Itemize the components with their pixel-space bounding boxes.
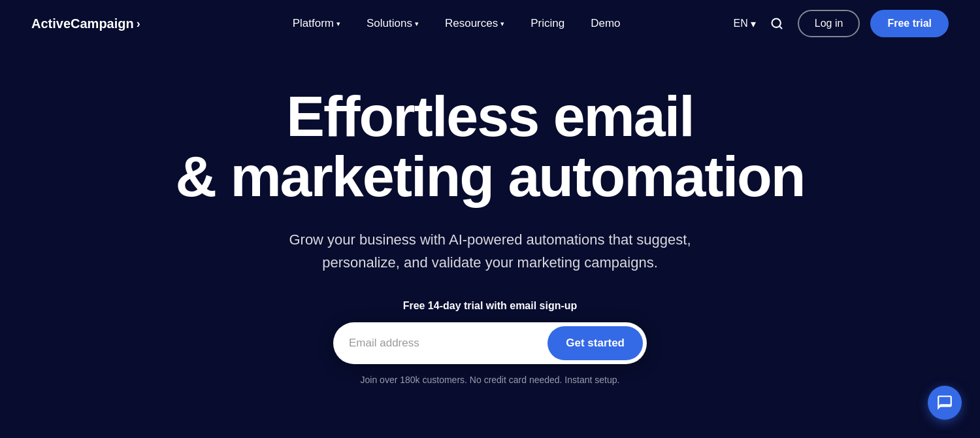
chevron-down-icon: ▾: [751, 18, 756, 30]
chevron-down-icon: ▾: [336, 20, 340, 28]
nav-demo[interactable]: Demo: [580, 12, 630, 35]
nav-pricing[interactable]: Pricing: [520, 12, 575, 35]
logo-text: ActiveCampaign: [31, 16, 134, 31]
chevron-down-icon: ▾: [415, 20, 419, 28]
chat-icon: [936, 394, 953, 411]
search-icon: [770, 17, 783, 30]
svg-line-1: [779, 26, 782, 29]
search-button[interactable]: [766, 13, 787, 34]
nav-links: Platform ▾ Solutions ▾ Resources ▾ Prici…: [140, 12, 734, 35]
email-form: Get started: [333, 322, 647, 364]
navbar: ActiveCampaign › Platform ▾ Solutions ▾ …: [0, 0, 980, 47]
free-trial-button[interactable]: Free trial: [870, 10, 949, 37]
nav-platform[interactable]: Platform ▾: [282, 12, 351, 35]
nav-solutions[interactable]: Solutions ▾: [356, 12, 429, 35]
hero-subtitle: Grow your business with AI-powered autom…: [287, 228, 693, 274]
hero-title: Effortless email & marketing automation: [175, 86, 804, 207]
hero-note: Join over 180k customers. No credit card…: [361, 375, 620, 385]
trial-label: Free 14-day trial with email sign-up: [403, 300, 578, 312]
logo[interactable]: ActiveCampaign ›: [31, 16, 140, 31]
hero-section: Effortless email & marketing automation …: [0, 47, 980, 411]
nav-right: EN ▾ Log in Free trial: [734, 10, 949, 37]
nav-resources[interactable]: Resources ▾: [434, 12, 515, 35]
chevron-down-icon: ▾: [500, 20, 504, 28]
login-button[interactable]: Log in: [798, 10, 860, 37]
language-selector[interactable]: EN ▾: [734, 18, 756, 30]
get-started-button[interactable]: Get started: [547, 326, 643, 360]
email-input[interactable]: [349, 337, 547, 350]
chat-button[interactable]: [928, 386, 962, 420]
